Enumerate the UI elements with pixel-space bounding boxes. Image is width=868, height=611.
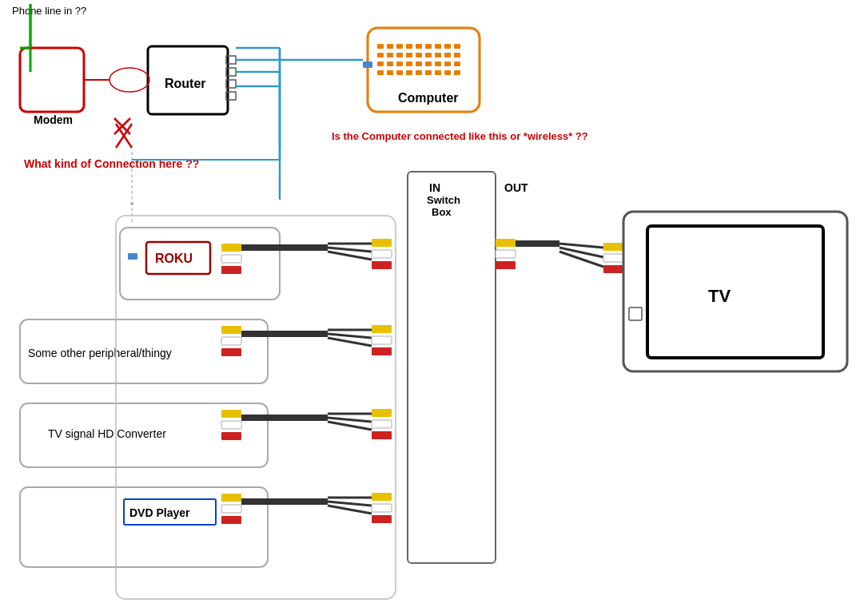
svg-rect-34 xyxy=(406,70,412,75)
svg-rect-20 xyxy=(444,53,451,58)
svg-rect-22 xyxy=(377,61,384,66)
tv-button xyxy=(629,307,642,320)
svg-line-61 xyxy=(328,506,372,514)
svg-rect-32 xyxy=(387,70,393,75)
peripheral-yellow xyxy=(221,326,241,334)
switch-in-peripheral-white xyxy=(372,336,392,344)
svg-line-49 xyxy=(328,252,372,260)
switch-out-roku-white xyxy=(496,250,516,258)
svg-rect-19 xyxy=(435,53,441,58)
switch-in-label: IN xyxy=(429,181,440,194)
svg-line-51 xyxy=(559,248,603,257)
modem-label: Modem xyxy=(34,113,73,126)
peripheral-label: Some other peripheral/thingy xyxy=(28,347,172,359)
svg-rect-5 xyxy=(387,44,393,49)
switch-in-dvd-red xyxy=(372,515,392,523)
svg-rect-33 xyxy=(396,70,403,75)
svg-rect-31 xyxy=(377,70,384,75)
roku-label: ROKU xyxy=(155,252,193,265)
switch-in-converter-white xyxy=(372,420,392,428)
svg-rect-15 xyxy=(396,53,403,58)
roku-connector-white xyxy=(221,255,241,263)
svg-rect-38 xyxy=(444,70,451,75)
switch-out-roku-red xyxy=(496,261,516,269)
svg-rect-10 xyxy=(435,44,441,49)
switch-out-label: OUT xyxy=(504,181,528,194)
switch-in-dvd-yellow xyxy=(372,493,392,501)
router-label: Router xyxy=(165,77,206,90)
switch-box xyxy=(408,172,496,563)
peripheral-white xyxy=(221,337,241,345)
switch-in-roku-white xyxy=(372,250,392,258)
roku-container xyxy=(120,228,280,300)
svg-rect-28 xyxy=(435,61,441,66)
switch-in-converter-red xyxy=(372,431,392,439)
svg-line-60 xyxy=(328,502,372,506)
svg-rect-27 xyxy=(425,61,432,66)
modem-router-connection-symbol xyxy=(109,68,149,92)
dvd-white xyxy=(221,505,241,513)
svg-line-57 xyxy=(328,418,372,422)
switch-in-converter-yellow xyxy=(372,409,392,417)
svg-point-44 xyxy=(130,202,133,205)
svg-line-50 xyxy=(559,244,603,248)
svg-rect-21 xyxy=(454,53,460,58)
switch-in-roku-red xyxy=(372,261,392,269)
converter-label: TV signal HD Converter xyxy=(48,427,166,440)
computer-connector xyxy=(363,61,372,68)
switch-in-peripheral-yellow xyxy=(372,325,392,333)
tv-screen xyxy=(647,226,823,358)
svg-rect-35 xyxy=(416,70,422,75)
svg-rect-4 xyxy=(377,44,384,49)
peripheral-red xyxy=(221,348,241,356)
svg-rect-14 xyxy=(387,53,393,58)
svg-rect-11 xyxy=(444,44,451,49)
switch-in-dvd-white xyxy=(372,504,392,512)
dvd-yellow xyxy=(221,494,241,502)
svg-text:Box: Box xyxy=(432,206,452,218)
svg-line-55 xyxy=(328,338,372,346)
converter-yellow xyxy=(221,410,241,418)
dvd-red xyxy=(221,516,241,524)
svg-rect-29 xyxy=(444,61,451,66)
svg-line-58 xyxy=(328,422,372,430)
diagram: Phone line in ?? Modem Router Computer xyxy=(0,0,868,611)
svg-rect-9 xyxy=(425,44,432,49)
svg-rect-26 xyxy=(416,61,422,66)
svg-rect-7 xyxy=(406,44,412,49)
svg-rect-30 xyxy=(454,61,460,66)
tv-in-yellow xyxy=(603,243,623,251)
svg-text:Switch: Switch xyxy=(427,194,460,206)
svg-rect-16 xyxy=(406,53,412,58)
svg-line-54 xyxy=(328,334,372,338)
computer-label: Computer xyxy=(398,91,459,105)
svg-rect-23 xyxy=(387,61,393,66)
switch-out-roku-yellow xyxy=(496,239,516,247)
dvd-label: DVD Player xyxy=(129,506,190,519)
svg-rect-36 xyxy=(425,70,432,75)
switch-in-peripheral-red xyxy=(372,347,392,355)
svg-rect-39 xyxy=(454,70,460,75)
tv-label: TV xyxy=(708,286,731,306)
svg-rect-18 xyxy=(425,53,432,58)
tv-outer-box xyxy=(623,212,847,371)
svg-rect-6 xyxy=(396,44,403,49)
svg-rect-13 xyxy=(377,53,384,58)
svg-rect-24 xyxy=(396,61,403,66)
switch-in-roku-yellow xyxy=(372,239,392,247)
svg-rect-25 xyxy=(406,61,412,66)
svg-line-48 xyxy=(328,248,372,252)
phone-line-label: Phone line in ?? xyxy=(12,5,86,17)
roku-blue-connector xyxy=(128,253,137,260)
svg-line-52 xyxy=(559,252,603,267)
tv-in-white xyxy=(603,254,623,262)
converter-white xyxy=(221,421,241,429)
svg-rect-17 xyxy=(416,53,422,58)
svg-rect-8 xyxy=(416,44,422,49)
svg-rect-37 xyxy=(435,70,441,75)
roku-connector-red xyxy=(221,266,241,274)
svg-rect-12 xyxy=(454,44,460,49)
computer-connection-label: Is the Computer connected like this or *… xyxy=(332,130,588,142)
tv-in-red xyxy=(603,265,623,273)
converter-red xyxy=(221,432,241,440)
